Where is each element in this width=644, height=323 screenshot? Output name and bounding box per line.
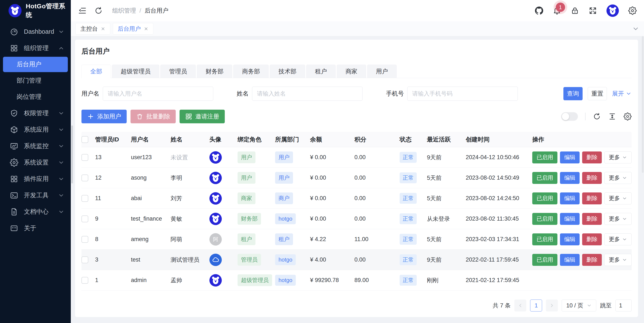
sidebar-item-dev-tools[interactable]: 开发工具 xyxy=(0,187,71,203)
add-user-button[interactable]: 添加用户 xyxy=(82,110,127,123)
lock-screen-icon[interactable] xyxy=(571,7,579,15)
filter-tab[interactable]: 商务部 xyxy=(233,65,269,78)
settings-gear-icon[interactable] xyxy=(628,7,637,15)
cell-username: ameng xyxy=(131,236,149,243)
sidebar-item-system-settings[interactable]: 系统设置 xyxy=(0,154,71,171)
username-input[interactable] xyxy=(103,87,213,101)
sidebar-item-dashboard[interactable]: Dashboard xyxy=(0,24,71,40)
mobile-input[interactable] xyxy=(407,87,518,101)
row-checkbox[interactable] xyxy=(82,256,88,263)
jump-page-input[interactable] xyxy=(616,299,632,311)
row-checkbox[interactable] xyxy=(82,195,88,202)
select-all-checkbox[interactable] xyxy=(82,136,88,143)
breadcrumb-parent[interactable]: 组织管理 xyxy=(112,7,136,15)
table-row[interactable]: 13 user123 未设置 用户 用户 ¥ 0.00 0.00 正常 9天前 … xyxy=(82,147,632,168)
edit-button[interactable]: 编辑 xyxy=(560,192,580,204)
prev-page-button[interactable] xyxy=(514,299,526,311)
edit-button[interactable]: 编辑 xyxy=(560,254,580,266)
table-row[interactable]: 1 admin 孟帅 超级管理员 hotgo ¥ 99290.78 89.00 … xyxy=(82,270,632,290)
more-button[interactable]: 更多 xyxy=(604,254,632,266)
delete-button[interactable]: 删除 xyxy=(582,254,602,266)
row-checkbox[interactable] xyxy=(82,277,88,284)
more-button[interactable]: 更多 xyxy=(604,192,632,204)
koala-avatar-icon xyxy=(608,6,618,16)
edit-button[interactable]: 编辑 xyxy=(560,172,580,184)
sidebar-item-organization[interactable]: 组织管理 xyxy=(0,40,71,56)
enabled-button[interactable]: 已启用 xyxy=(532,213,558,225)
filter-tab[interactable]: 财务部 xyxy=(197,65,232,78)
filter-tab[interactable]: 全部 xyxy=(82,65,111,78)
notifications-button[interactable]: 1 xyxy=(553,7,561,15)
edit-button[interactable]: 编辑 xyxy=(560,151,580,163)
edit-button[interactable]: 编辑 xyxy=(560,213,580,225)
batch-delete-button[interactable]: 批量删除 xyxy=(130,110,176,123)
close-icon[interactable] xyxy=(144,27,148,31)
sidebar-item-post[interactable]: 岗位管理 xyxy=(0,89,71,105)
table-row[interactable]: 11 abai 刘芳 商家 商户 ¥ 0.00 0.00 正常 5天前 2023… xyxy=(82,188,632,209)
delete-button[interactable]: 删除 xyxy=(582,233,602,245)
enabled-button[interactable]: 已启用 xyxy=(532,254,558,266)
expand-filters-link[interactable]: 展开 xyxy=(612,90,632,98)
filter-tab[interactable]: 用户 xyxy=(367,65,397,78)
window-scrollbar[interactable] xyxy=(642,36,644,173)
table-row[interactable]: 3 test 测试管理员 管理员 hotgo ¥ 4.00 0.00 正常 9天… xyxy=(82,250,632,270)
tab-backend-users[interactable]: 后台用户 xyxy=(113,23,153,35)
sidebar-item-plugins[interactable]: 插件应用 xyxy=(0,171,71,187)
enabled-button[interactable]: 已启用 xyxy=(532,192,558,204)
more-button[interactable]: 更多 xyxy=(604,233,632,245)
reload-table-icon[interactable] xyxy=(593,112,601,121)
delete-button[interactable]: 删除 xyxy=(582,172,602,184)
enabled-button[interactable]: 已启用 xyxy=(532,151,558,163)
edit-button[interactable]: 编辑 xyxy=(560,233,580,245)
enabled-button[interactable]: 已启用 xyxy=(532,172,558,184)
tab-list-chevron-icon[interactable] xyxy=(632,25,639,33)
enabled-button[interactable]: 已启用 xyxy=(532,233,558,245)
next-page-button[interactable] xyxy=(546,299,558,311)
tab-console[interactable]: 主控台 xyxy=(76,23,110,35)
query-button[interactable]: 查询 xyxy=(564,87,582,100)
sidebar-item-docs[interactable]: 文档中心 xyxy=(0,203,71,220)
filter-tab[interactable]: 技术部 xyxy=(270,65,305,78)
sidebar-item-permission[interactable]: 权限管理 xyxy=(0,105,71,121)
sidebar-item-backend-users[interactable]: 后台用户 xyxy=(3,57,68,72)
toggle-knob xyxy=(562,113,569,120)
sidebar-scrollbar[interactable] xyxy=(71,125,73,183)
more-button[interactable]: 更多 xyxy=(604,151,632,163)
table-row[interactable]: 9 test_finance 黄敏 财务部 hotgo ¥ 0.00 0.00 … xyxy=(82,209,632,229)
user-avatar[interactable] xyxy=(606,5,619,17)
row-checkbox[interactable] xyxy=(82,215,88,222)
table-row[interactable]: 12 asong 李明 用户 用户 ¥ 0.00 0.00 正常 5天前 202… xyxy=(82,168,632,188)
sidebar-item-system-app[interactable]: 系统应用 xyxy=(0,121,71,138)
page-number-1[interactable]: 1 xyxy=(530,299,542,311)
column-settings-gear-icon[interactable] xyxy=(624,112,632,121)
delete-button[interactable]: 删除 xyxy=(582,213,602,225)
more-button[interactable]: 更多 xyxy=(604,213,632,225)
github-icon[interactable] xyxy=(535,7,543,15)
realname-input[interactable] xyxy=(252,87,362,101)
page-size-select[interactable]: 10 / 页 xyxy=(562,299,596,311)
breadcrumb-current[interactable]: 后台用户 xyxy=(144,7,168,15)
close-icon[interactable] xyxy=(101,27,105,31)
reset-button[interactable]: 重置 xyxy=(588,87,607,100)
striped-toggle[interactable] xyxy=(561,112,578,121)
fullscreen-icon[interactable] xyxy=(588,7,597,15)
sidebar-item-department[interactable]: 部门管理 xyxy=(0,73,71,89)
filter-tab[interactable]: 租户 xyxy=(306,65,336,78)
delete-button[interactable]: 删除 xyxy=(582,151,602,163)
filter-tab[interactable]: 商家 xyxy=(337,65,366,78)
row-checkbox[interactable] xyxy=(82,236,88,243)
filter-tab[interactable]: 管理员 xyxy=(160,65,196,78)
invite-register-button[interactable]: 邀请注册 xyxy=(180,110,225,123)
row-checkbox[interactable] xyxy=(82,154,88,161)
table-row[interactable]: 8 ameng 阿萌 阿 租户 租户 ¥ 4.22 11.00 正常 5天前 2… xyxy=(82,229,632,250)
row-checkbox[interactable] xyxy=(82,175,88,181)
app-logo[interactable]: HotGo管理系统 xyxy=(0,0,71,21)
filter-tab[interactable]: 超级管理员 xyxy=(112,65,159,78)
row-density-icon[interactable] xyxy=(608,112,616,121)
collapse-sidebar-icon[interactable] xyxy=(78,7,86,15)
delete-button[interactable]: 删除 xyxy=(582,192,602,204)
refresh-page-icon[interactable] xyxy=(94,7,103,15)
more-button[interactable]: 更多 xyxy=(604,172,632,184)
sidebar-item-about[interactable]: 关于 xyxy=(0,220,71,236)
sidebar-item-system-monitor[interactable]: 系统监控 xyxy=(0,138,71,154)
